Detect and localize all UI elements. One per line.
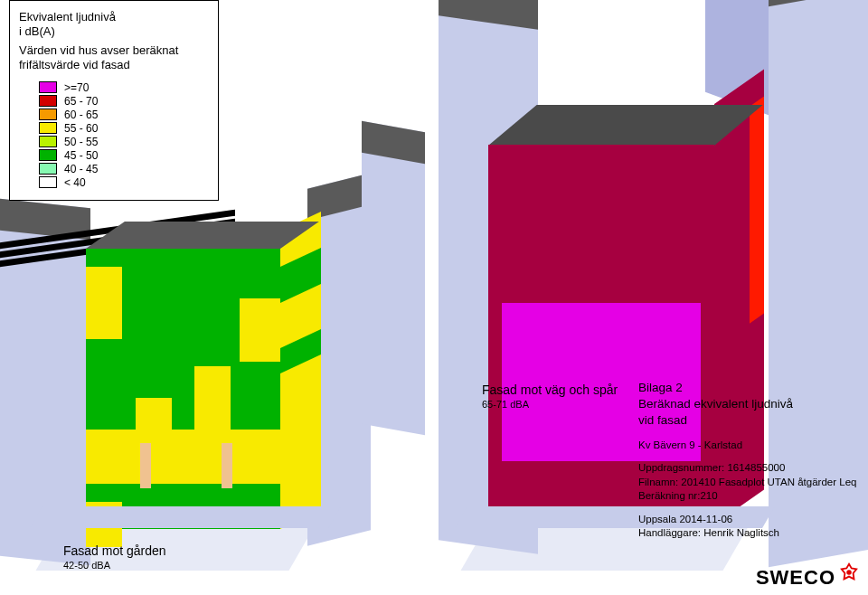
legend-label: 40 - 45	[64, 163, 98, 175]
sweco-logo-text: SWECO	[756, 566, 835, 590]
legend-label: 55 - 60	[64, 122, 98, 135]
bg-building	[362, 121, 425, 435]
building-left-roof	[86, 222, 319, 249]
swatch-icon	[39, 149, 57, 161]
info-details: Uppdragsnummer: 1614855000 Filnamn: 2014…	[638, 461, 864, 504]
legend-label: >=70	[64, 81, 89, 94]
legend-row: 55 - 60	[19, 121, 209, 135]
info-desc-line2: vid fasad	[638, 413, 687, 427]
swatch-icon	[39, 81, 57, 93]
info-desc-line1: Beräknad ekvivalent ljudnivå	[638, 397, 793, 411]
legend-label: < 40	[64, 176, 86, 189]
caption-mid-title: Fasad mot väg och spår	[482, 382, 618, 398]
swatch-icon	[39, 109, 57, 120]
info-block: Bilaga 2 Beräknad ekvivalent ljudnivå vi…	[638, 380, 864, 541]
info-bilaga: Bilaga 2 Beräknad ekvivalent ljudnivå vi…	[638, 380, 864, 430]
info-date: Uppsala 2014-11-06	[638, 513, 864, 527]
ground-slab-front	[30, 506, 341, 528]
caption-left-value: 42-50 dBA	[63, 559, 166, 571]
info-handlaggare: Handläggare: Henrik Naglitsch	[638, 526, 864, 541]
legend-subtitle-line1: Värden vid hus avser beräknat	[19, 43, 178, 57]
sweco-logo: SWECO	[756, 566, 859, 590]
legend-title: Ekvivalent ljudnivå i dB(A)	[19, 10, 209, 38]
swatch-icon	[39, 176, 57, 188]
building-left-facade	[86, 249, 280, 529]
info-footer: Uppsala 2014-11-06 Handläggare: Henrik N…	[638, 513, 864, 541]
svg-point-0	[846, 570, 852, 575]
swatch-icon	[39, 136, 57, 147]
legend-rows: >=70 65 - 70 60 - 65 55 - 60 50 - 55 45 …	[19, 80, 209, 189]
legend-row: >=70	[19, 80, 209, 94]
caption-mid: Fasad mot väg och spår 65-71 dBA	[482, 382, 618, 411]
building-left	[86, 231, 321, 529]
legend-label: 45 - 50	[64, 149, 98, 162]
info-uppdrag: Uppdragsnummer: 1614855000	[638, 461, 864, 476]
legend-row: 40 - 45	[19, 162, 209, 175]
sweco-logo-icon	[839, 562, 859, 582]
legend-title-line1: Ekvivalent ljudnivå	[19, 10, 116, 24]
legend-subtitle: Värden vid hus avser beräknat frifältsvä…	[19, 43, 209, 71]
swatch-icon	[39, 122, 57, 134]
building-left-side	[280, 212, 321, 529]
legend-title-line2: i dB(A)	[19, 24, 55, 38]
caption-mid-value: 65-71 dBA	[482, 398, 618, 411]
legend-row: 65 - 70	[19, 94, 209, 108]
legend-subtitle-line2: frifältsvärde vid fasad	[19, 58, 130, 71]
swatch-icon	[39, 163, 57, 175]
swatch-icon	[39, 95, 57, 107]
legend-row: 50 - 55	[19, 135, 209, 148]
legend-row: 60 - 65	[19, 108, 209, 121]
info-berakning: Beräkning nr:210	[638, 489, 864, 504]
legend-label: 50 - 55	[64, 136, 98, 148]
caption-left-title: Fasad mot gården	[63, 543, 166, 559]
info-bilaga-text: Bilaga 2	[638, 381, 683, 394]
info-project: Kv Bävern 9 - Karlstad	[638, 439, 864, 453]
legend-box: Ekvivalent ljudnivå i dB(A) Värden vid h…	[9, 0, 219, 201]
legend-label: 65 - 70	[64, 95, 98, 108]
legend-row: 45 - 50	[19, 148, 209, 162]
info-filnamn: Filnamn: 201410 Fasadplot UTAN åtgärder …	[638, 476, 864, 490]
legend-label: 60 - 65	[64, 109, 98, 121]
caption-left: Fasad mot gården 42-50 dBA	[63, 543, 166, 571]
legend-row: < 40	[19, 175, 209, 189]
